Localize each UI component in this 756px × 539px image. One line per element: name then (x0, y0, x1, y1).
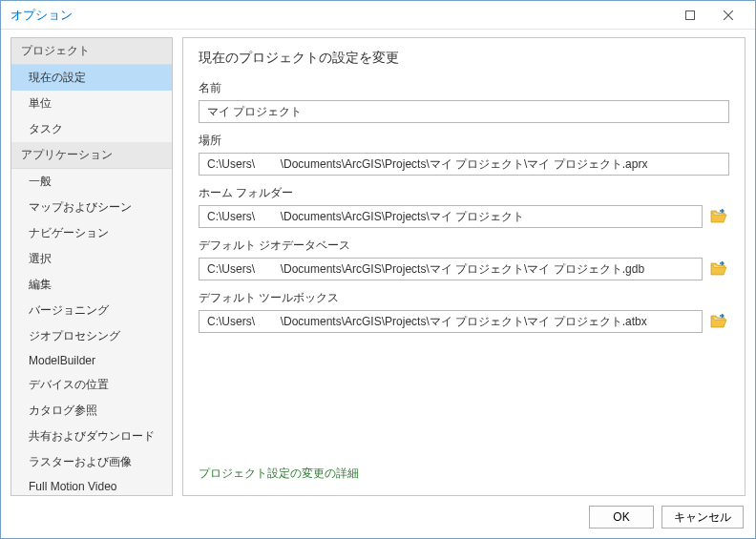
folder-open-icon (710, 261, 727, 277)
browse-gdb-button[interactable] (708, 259, 729, 280)
sidebar-item-navigation[interactable]: ナビゲーション (11, 220, 172, 246)
cancel-button[interactable]: キャンセル (662, 506, 744, 529)
browse-home-folder-button[interactable] (708, 206, 729, 227)
options-dialog: オプション プロジェクト 現在の設定 単位 タスク アプリケーション 一般 マッ… (0, 0, 756, 539)
close-button[interactable] (709, 2, 747, 29)
name-input[interactable] (199, 100, 729, 123)
category-header-project: プロジェクト (11, 38, 172, 65)
panel-heading: 現在のプロジェクトの設定を変更 (199, 50, 729, 67)
sidebar-item-modelbuilder[interactable]: ModelBuilder (11, 349, 172, 372)
ok-button[interactable]: OK (589, 506, 654, 529)
spacer (199, 342, 729, 462)
maximize-button[interactable] (671, 2, 709, 29)
settings-panel: 現在のプロジェクトの設定を変更 名前 場所 ホーム フォルダー (182, 37, 746, 496)
window-controls (671, 2, 747, 29)
folder-open-icon (710, 314, 727, 329)
close-icon (724, 10, 733, 20)
category-sidebar[interactable]: プロジェクト 現在の設定 単位 タスク アプリケーション 一般 マップおよびシー… (10, 37, 173, 496)
field-name: 名前 (199, 80, 729, 123)
category-header-application: アプリケーション (11, 142, 172, 169)
sidebar-item-geoprocessing[interactable]: ジオプロセシング (11, 323, 172, 349)
sidebar-item-raster-image[interactable]: ラスターおよび画像 (11, 449, 172, 475)
default-toolbox-label: デフォルト ツールボックス (199, 290, 729, 306)
square-icon (685, 10, 695, 20)
sidebar-item-units[interactable]: 単位 (11, 91, 172, 116)
default-gdb-label: デフォルト ジオデータベース (199, 238, 729, 254)
sidebar-item-general[interactable]: 一般 (11, 169, 172, 195)
titlebar: オプション (1, 1, 755, 30)
folder-open-icon (710, 209, 727, 224)
sidebar-item-selection[interactable]: 選択 (11, 246, 172, 272)
field-home-folder: ホーム フォルダー (199, 185, 729, 228)
dialog-body: プロジェクト 現在の設定 単位 タスク アプリケーション 一般 マップおよびシー… (1, 30, 755, 496)
sidebar-item-editing[interactable]: 編集 (11, 272, 172, 298)
location-label: 場所 (199, 133, 729, 149)
default-toolbox-input[interactable] (199, 310, 703, 333)
home-folder-input[interactable] (199, 205, 703, 228)
browse-toolbox-button[interactable] (708, 311, 729, 332)
dialog-footer: OK キャンセル (1, 496, 755, 538)
window-title: オプション (10, 7, 671, 24)
field-default-geodatabase: デフォルト ジオデータベース (199, 238, 729, 280)
sidebar-item-fmv[interactable]: Full Motion Video (11, 475, 172, 496)
field-location: 場所 (199, 133, 729, 176)
field-default-toolbox: デフォルト ツールボックス (199, 290, 729, 333)
name-label: 名前 (199, 80, 729, 96)
sidebar-item-map-scenes[interactable]: マップおよびシーン (11, 195, 172, 220)
sidebar-item-current-settings[interactable]: 現在の設定 (11, 65, 172, 91)
learn-more-link[interactable]: プロジェクト設定の変更の詳細 (199, 462, 729, 486)
sidebar-item-catalog-browse[interactable]: カタログ参照 (11, 398, 172, 424)
sidebar-item-share-download[interactable]: 共有およびダウンロード (11, 424, 172, 449)
default-gdb-input[interactable] (199, 258, 703, 280)
sidebar-item-versioning[interactable]: バージョニング (11, 298, 172, 323)
location-input[interactable] (199, 153, 729, 176)
svg-rect-0 (686, 10, 695, 19)
home-folder-label: ホーム フォルダー (199, 185, 729, 201)
sidebar-item-tasks[interactable]: タスク (11, 116, 172, 142)
sidebar-item-device-location[interactable]: デバイスの位置 (11, 372, 172, 398)
